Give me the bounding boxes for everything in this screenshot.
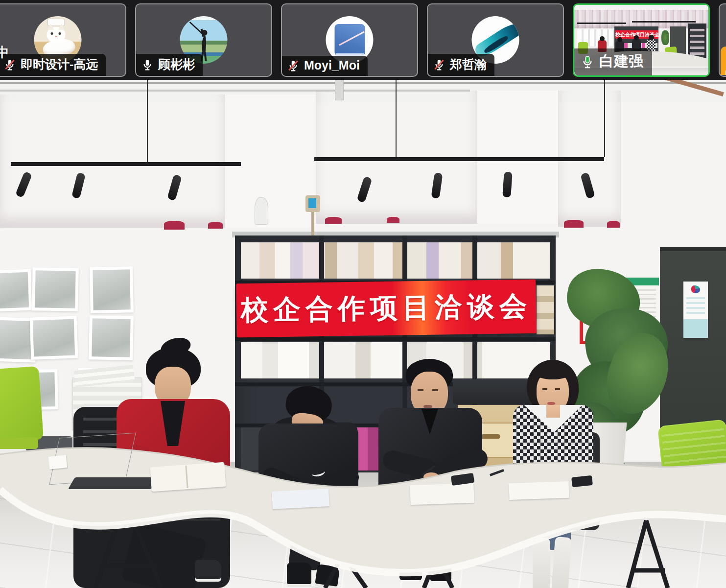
camera-stand-screen <box>308 198 316 208</box>
door <box>660 247 726 431</box>
participant-name: 白建强 <box>599 51 643 71</box>
shelf-products-row-1 <box>241 242 550 279</box>
ceiling-pipe-1 <box>0 82 726 84</box>
paper-sheet-2 <box>272 489 329 509</box>
participant-name: 顾彬彬 <box>158 56 195 72</box>
meeting-app-window: 即时设计-高远 制中 <box>0 0 726 588</box>
curtain-red-tip-5 <box>564 220 584 228</box>
wall-photo <box>32 267 79 311</box>
curtain-panel-left <box>0 94 225 228</box>
event-banner-text: 校企合作项目洽谈会 <box>240 288 532 329</box>
mini-light-rail-left <box>577 23 626 24</box>
person3-eye-left <box>418 389 423 391</box>
mic-muted-icon <box>433 58 445 71</box>
laptop-base <box>68 477 158 489</box>
participant-tile-3[interactable]: Moyi_Moi <box>281 3 418 77</box>
tent-card <box>48 455 68 470</box>
shelf-board-2 <box>235 337 556 341</box>
poster-text-lines <box>686 297 705 317</box>
participant-name-tag: 郑哲瀚 <box>428 54 494 76</box>
participant-tile-6-partial[interactable] <box>719 3 726 77</box>
cat-ear-left <box>47 24 54 30</box>
person4-neck <box>546 405 560 418</box>
mini-plant <box>661 30 669 45</box>
mic-speaking-icon <box>580 54 595 69</box>
event-banner: 校企合作项目洽谈会 <box>236 280 536 338</box>
poster-footer-band <box>683 319 708 338</box>
participant-tile-5-active[interactable]: 校企合作项目洽谈会 <box>573 3 710 77</box>
person4-eye-left <box>542 388 547 390</box>
participant-name-tag: Moyi_Moi <box>282 56 368 76</box>
light-rail-wire-2 <box>396 80 397 157</box>
participant-name-tag: 即时设计-高远 <box>0 54 106 76</box>
participant-name: 即时设计-高远 <box>21 56 98 72</box>
curtain-red-tip-2 <box>208 222 223 229</box>
paper-sheet-4 <box>509 481 569 500</box>
light-rail-right <box>314 157 604 161</box>
curtain-red-tip-6 <box>607 221 620 228</box>
status-overlay-partial-text: 制中 <box>0 44 9 61</box>
participant-tile-2[interactable]: 顾彬彬 <box>135 3 272 77</box>
curtain-gap-light-1 <box>225 94 316 228</box>
cat-eye-right <box>59 32 61 35</box>
participant-tile-1[interactable]: 即时设计-高远 制中 <box>0 3 126 77</box>
participant-name-tag: 白建强 <box>574 48 652 75</box>
cat-eye-left <box>51 32 53 35</box>
mic-muted-icon <box>287 59 300 72</box>
light-rail-wire-1 <box>147 80 148 162</box>
mini-light-rail-right <box>632 21 696 23</box>
participant-name: 郑哲瀚 <box>450 56 487 72</box>
person4-bangs <box>536 369 570 379</box>
cat-ear-right <box>58 24 65 30</box>
door-top-frame <box>660 247 726 251</box>
participant-tile-4[interactable]: 郑哲瀚 <box>427 3 564 77</box>
spotlight-6 <box>502 171 513 197</box>
participant-filmstrip: 即时设计-高远 制中 <box>0 0 726 80</box>
poster-logo <box>691 285 700 293</box>
light-rail-left <box>11 162 241 166</box>
main-video-stage[interactable]: 校企合作项目洽谈会 <box>0 80 726 588</box>
curtain-red-tip-3 <box>325 217 342 224</box>
shelf-products-side-column <box>537 285 554 334</box>
mini-person-check-head <box>649 35 654 40</box>
participant-name: Moyi_Moi <box>304 58 360 72</box>
wall-photo <box>0 269 32 312</box>
green-chair-left <box>0 366 44 443</box>
wall-photo <box>30 316 78 359</box>
person3-eye-right <box>432 389 438 391</box>
person4-eye-right <box>555 388 560 390</box>
paper-sheet-3 <box>410 483 474 505</box>
wall-photo <box>90 266 134 313</box>
participant-tiles-row: 即时设计-高远 制中 <box>0 3 726 77</box>
mic-on-icon <box>141 58 154 71</box>
light-rail-wire-3 <box>604 80 605 157</box>
curtain-red-tip-4 <box>387 217 399 223</box>
white-funnel-prop <box>255 197 268 225</box>
participant-name-tag: 顾彬彬 <box>136 54 203 76</box>
curtain-red-tip-1 <box>164 221 185 230</box>
mini-person-hoodie-head <box>617 37 622 42</box>
cat-nose <box>55 36 57 37</box>
mini-person-red-head <box>600 36 605 41</box>
mini-person-jacket-head <box>634 35 639 40</box>
